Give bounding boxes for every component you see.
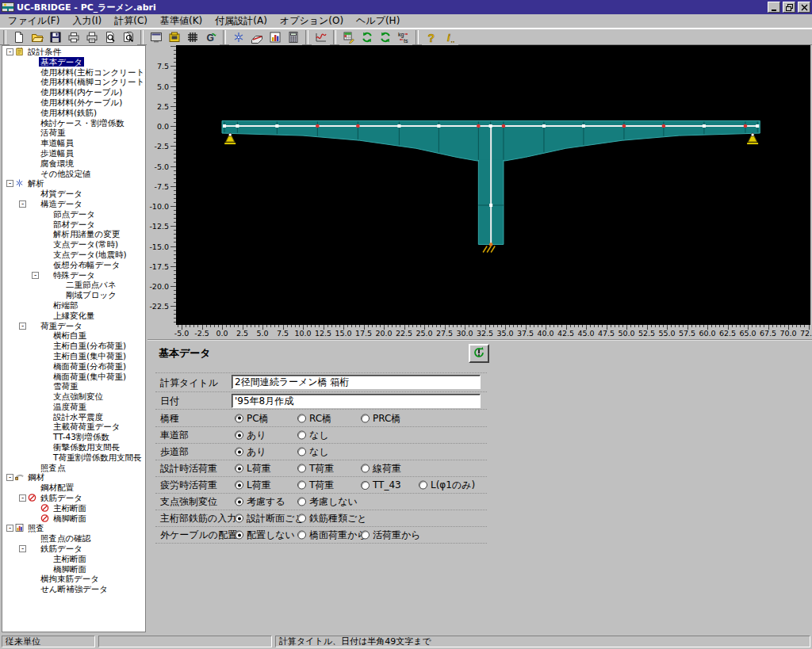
radio-option[interactable]: 鉄筋種類ごと	[297, 512, 367, 525]
tree-item[interactable]: 横桁自重	[2, 330, 145, 341]
tree-item[interactable]: TT-43割増係数	[2, 432, 145, 442]
tree-expander-icon[interactable]: -	[19, 545, 26, 552]
restore-button[interactable]	[783, 2, 795, 13]
tree-expander-icon[interactable]: -	[19, 200, 26, 208]
radio-option[interactable]: L荷重	[235, 479, 271, 492]
menu-file[interactable]: ファイル(F)	[2, 13, 66, 29]
tree-item[interactable]: 支点強制変位	[2, 391, 145, 402]
date-input[interactable]	[232, 394, 481, 408]
about-button[interactable]: i	[440, 29, 458, 45]
radio-button-icon[interactable]	[235, 498, 243, 506]
save-file-button[interactable]	[46, 29, 64, 45]
tree-item[interactable]: 支点データ(地震時)	[2, 250, 145, 260]
print-preview-button[interactable]	[101, 29, 119, 45]
tree-item[interactable]: -設計条件	[2, 47, 145, 57]
tree-item[interactable]: せん断補強データ	[2, 584, 145, 594]
tree-expander-icon[interactable]: -	[6, 525, 13, 532]
radio-option[interactable]: L(φ1のみ)	[419, 479, 475, 492]
tree-item[interactable]: 橋面荷重(集中荷重)	[2, 372, 145, 382]
menu-standard-values[interactable]: 基準値(K)	[154, 13, 209, 29]
radio-button-icon[interactable]	[235, 531, 243, 540]
radio-option[interactable]: T荷重	[297, 462, 334, 475]
radio-option[interactable]: なし	[297, 445, 329, 459]
tree-item[interactable]: 歩道幅員	[2, 148, 145, 158]
tree-item[interactable]: 材質データ	[2, 189, 145, 199]
radio-option[interactable]: なし	[297, 429, 329, 442]
tree-item[interactable]: 鋼材配置	[2, 483, 145, 493]
tree-item[interactable]: 節点データ	[2, 209, 145, 220]
radio-button-icon[interactable]	[297, 431, 306, 440]
menu-input[interactable]: 入力(I)	[66, 13, 108, 29]
tree-expander-icon[interactable]: -	[32, 272, 39, 279]
radio-option[interactable]: 配置しない	[235, 529, 295, 542]
section-view-button[interactable]	[165, 29, 183, 45]
radio-button-icon[interactable]	[235, 431, 243, 440]
tree-item[interactable]: T荷重割増係数用支間長	[2, 452, 145, 463]
tree-item[interactable]: 横拘束筋データ	[2, 574, 145, 584]
new-file-button[interactable]	[10, 29, 28, 45]
tree-item[interactable]: 使用材料(橋脚コンクリート)	[2, 77, 145, 87]
radio-button-icon[interactable]	[235, 414, 243, 422]
tree-item[interactable]: 主桁断面	[2, 554, 145, 564]
unit-toggle-button[interactable]: kgts	[394, 29, 412, 45]
tree-item[interactable]: 使用材料(主桁コンクリート)	[2, 67, 145, 78]
tree-item[interactable]: 設計水平震度	[2, 412, 145, 422]
tree-item[interactable]: 二重節点バネ	[2, 280, 145, 290]
tree-item[interactable]: 部材データ	[2, 220, 145, 230]
radio-option[interactable]: 設計断面ごと	[235, 512, 304, 525]
tree-item[interactable]: -鉄筋データ	[2, 493, 145, 503]
tree-item[interactable]: 上縁変化量	[2, 311, 145, 321]
radio-button-icon[interactable]	[361, 464, 370, 473]
radio-button-icon[interactable]	[235, 514, 243, 523]
tree-item[interactable]: 基本データ	[2, 57, 145, 67]
tree-expander-icon[interactable]: -	[19, 323, 26, 330]
tree-item[interactable]: 主桁自重(集中荷重)	[2, 351, 145, 361]
tree-item[interactable]: 衝撃係数用支間長	[2, 442, 145, 452]
menu-attached-design[interactable]: 付属設計(A)	[209, 13, 274, 29]
tree-item[interactable]: 車道幅員	[2, 138, 145, 148]
help-button[interactable]: ?	[422, 29, 440, 45]
tree-item[interactable]: 使用材料(鉄筋)	[2, 108, 145, 118]
tree-item[interactable]: 主載荷荷重データ	[2, 422, 145, 432]
open-file-button[interactable]	[28, 29, 46, 45]
tree-item[interactable]: 腐食環境	[2, 158, 145, 169]
tree-item[interactable]: 剛域ブロック	[2, 290, 145, 300]
radio-option[interactable]: あり	[235, 445, 266, 459]
tree-item[interactable]: 橋面荷重(分布荷重)	[2, 361, 145, 372]
tree-expander-icon[interactable]: -	[6, 48, 13, 55]
display-window-button[interactable]	[147, 29, 165, 45]
radio-option[interactable]: あり	[235, 429, 266, 442]
tree-item[interactable]: -特殊データ	[2, 270, 145, 281]
radio-button-icon[interactable]	[235, 448, 243, 456]
radio-option[interactable]: 橋面荷重から	[297, 529, 367, 542]
radio-button-icon[interactable]	[297, 498, 306, 506]
node-tool-button[interactable]	[229, 29, 247, 45]
radio-button-icon[interactable]	[361, 481, 370, 490]
recalc-button[interactable]	[358, 29, 376, 45]
radio-option[interactable]: 考慮する	[235, 495, 285, 509]
tree-item[interactable]: その他設定値	[2, 169, 145, 179]
tree-item[interactable]: -解析	[2, 178, 145, 189]
radio-button-icon[interactable]	[297, 414, 306, 422]
tree-item[interactable]: 照査点の確認	[2, 533, 145, 544]
radio-option[interactable]: RC橋	[297, 411, 331, 425]
tree-item[interactable]: 使用材料(外ケーブル)	[2, 97, 145, 108]
drawing-canvas[interactable]	[176, 45, 810, 325]
tree-item[interactable]: 雪荷重	[2, 381, 145, 391]
tree-expander-icon[interactable]: -	[19, 494, 26, 502]
menu-options[interactable]: オプション(O)	[274, 13, 350, 29]
result-chart-button[interactable]	[266, 29, 284, 45]
tree-expander-icon[interactable]: -	[6, 474, 13, 481]
radio-button-icon[interactable]	[297, 464, 306, 473]
tree-item[interactable]: 温度荷重	[2, 402, 145, 412]
tree-item[interactable]: -鋼材	[2, 472, 145, 483]
tree-item[interactable]: 主桁自重(分布荷重)	[2, 341, 145, 351]
radio-button-icon[interactable]	[297, 514, 306, 523]
radio-button-icon[interactable]	[361, 531, 370, 540]
tree-item[interactable]: 検討ケース・割増係数	[2, 118, 145, 128]
influence-line-button[interactable]	[312, 29, 330, 45]
mesh-grid-button[interactable]	[183, 29, 201, 45]
calc-title-input[interactable]	[232, 375, 481, 389]
radio-option[interactable]: L荷重	[235, 462, 271, 475]
radio-option[interactable]: 線荷重	[361, 462, 401, 475]
